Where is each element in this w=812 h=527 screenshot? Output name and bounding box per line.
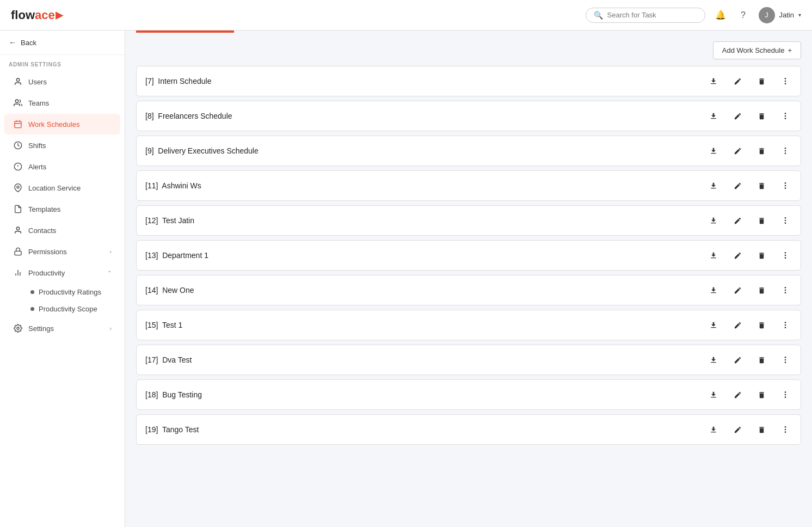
more-options-icon[interactable] [779,214,792,227]
download-icon[interactable] [707,388,720,401]
sidebar-item-teams[interactable]: Teams [4,93,120,113]
download-icon[interactable] [707,144,720,157]
more-options-icon[interactable] [779,109,792,122]
sidebar-item-productivity[interactable]: Productivity ⌃ [4,262,120,283]
schedule-row: [18] Bug Testing [136,379,801,410]
svg-point-28 [785,187,786,189]
more-options-icon[interactable] [779,75,792,88]
svg-point-20 [785,113,786,114]
download-icon[interactable] [707,284,720,297]
edit-icon[interactable] [731,109,744,122]
search-bar[interactable]: 🔍 [586,8,705,23]
sidebar-item-alerts[interactable]: Alerts [4,156,120,177]
delete-icon[interactable] [755,75,768,88]
delete-icon[interactable] [755,214,768,227]
schedule-name: [18] Bug Testing [145,390,202,399]
sidebar-item-shifts[interactable]: Shifts [4,135,120,156]
sidebar-item-users[interactable]: Users [4,71,120,92]
svg-point-38 [785,322,786,323]
sidebar-item-permissions[interactable]: Permissions › [4,241,120,262]
sidebar-item-work-schedules[interactable]: Work Schedules [4,114,120,134]
svg-point-43 [785,361,786,363]
add-work-schedule-label: Add Work Schedule [722,46,785,54]
download-icon[interactable] [707,318,720,332]
more-options-icon[interactable] [779,353,792,366]
download-icon[interactable] [707,353,720,366]
more-options-icon[interactable] [779,423,792,436]
edit-icon[interactable] [731,75,744,88]
edit-icon[interactable] [731,353,744,366]
svg-point-11 [16,227,19,230]
edit-icon[interactable] [731,214,744,227]
more-options-icon[interactable] [779,284,792,297]
more-options-icon[interactable] [779,179,792,192]
delete-icon[interactable] [755,249,768,262]
sidebar-label-productivity: Productivity [28,269,102,277]
sidebar-label-users: Users [28,78,112,86]
sidebar-item-location-service[interactable]: Location Service [4,177,120,198]
svg-point-37 [785,292,786,293]
svg-point-17 [785,78,786,79]
more-options-icon[interactable] [779,388,792,401]
work-schedules-icon [13,119,23,129]
svg-point-39 [785,324,786,326]
svg-rect-12 [15,251,21,255]
search-input[interactable] [607,11,694,19]
sidebar-item-templates[interactable]: Templates [4,199,120,219]
sidebar-label-permissions: Permissions [28,248,104,256]
delete-icon[interactable] [755,353,768,366]
more-options-icon[interactable] [779,144,792,157]
download-icon[interactable] [707,423,720,436]
sidebar-item-productivity-scope[interactable]: Productivity Scope [22,301,125,317]
add-work-schedule-button[interactable]: Add Work Schedule + [713,41,801,59]
schedule-actions [707,75,792,88]
edit-icon[interactable] [731,423,744,436]
edit-icon[interactable] [731,318,744,332]
download-icon[interactable] [707,214,720,227]
back-button[interactable]: ← Back [0,30,125,55]
sidebar-item-contacts[interactable]: Contacts [4,220,120,241]
schedule-row: [13] Department 1 [136,240,801,271]
svg-point-29 [785,217,786,219]
productivity-icon [13,268,23,278]
download-icon[interactable] [707,249,720,262]
schedule-actions [707,284,792,297]
edit-icon[interactable] [731,388,744,401]
schedule-actions [707,353,792,366]
schedule-row: [9] Delivery Executives Schedule [136,136,801,166]
delete-icon[interactable] [755,318,768,332]
delete-icon[interactable] [755,179,768,192]
svg-point-16 [17,327,19,329]
edit-icon[interactable] [731,179,744,192]
schedule-row: [14] New One [136,275,801,305]
more-options-icon[interactable] [779,318,792,332]
delete-icon[interactable] [755,109,768,122]
help-icon[interactable]: ? [736,8,751,23]
download-icon[interactable] [707,109,720,122]
delete-icon[interactable] [755,423,768,436]
contacts-icon [13,225,23,235]
edit-icon[interactable] [731,284,744,297]
svg-rect-2 [15,121,21,128]
edit-icon[interactable] [731,144,744,157]
download-icon[interactable] [707,179,720,192]
delete-icon[interactable] [755,388,768,401]
sidebar-item-productivity-ratings[interactable]: Productivity Ratings [22,284,125,301]
schedule-row: [8] Freelancers Schedule [136,101,801,131]
download-icon[interactable] [707,75,720,88]
notification-icon[interactable]: 🔔 [713,8,728,23]
edit-icon[interactable] [731,249,744,262]
sidebar-item-settings[interactable]: Settings › [4,318,120,339]
schedule-name: [14] New One [145,286,194,295]
schedule-name: [15] Test 1 [145,321,182,329]
svg-point-41 [785,357,786,358]
sidebar: ← Back ADMIN SETTINGS Users Teams Work S… [0,30,125,527]
svg-point-25 [785,152,786,154]
schedule-actions [707,388,792,401]
svg-point-35 [785,287,786,289]
user-area[interactable]: J Jatin ▾ [759,7,801,23]
delete-icon[interactable] [755,284,768,297]
delete-icon[interactable] [755,144,768,157]
svg-point-19 [785,83,786,84]
more-options-icon[interactable] [779,249,792,262]
